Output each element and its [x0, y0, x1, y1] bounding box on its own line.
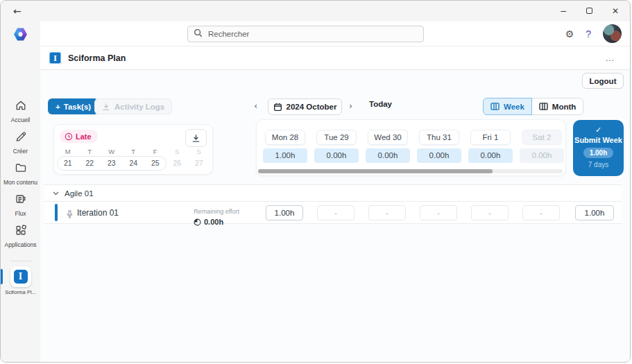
month-view-button[interactable]: Month — [531, 98, 583, 115]
activity-logs-label: Activity Logs — [114, 103, 164, 111]
pin-icon[interactable] — [66, 209, 74, 221]
period-picker-button[interactable]: 2024 October — [268, 98, 342, 115]
help-icon[interactable]: ? — [586, 29, 591, 39]
late-status-badge: Late — [60, 130, 98, 143]
horizontal-scrollbar — [258, 169, 563, 173]
cal-date[interactable]: 27 — [188, 159, 210, 167]
task-name[interactable]: Iteration 01 — [77, 208, 119, 218]
hours-cell-thu[interactable]: - — [420, 205, 457, 220]
week-label: Week — [504, 103, 524, 111]
day-total: 0.00h — [314, 148, 359, 163]
sciforma-app-tile: I — [10, 266, 31, 287]
sidebar-item-label: Accueil — [11, 116, 30, 123]
feed-icon — [15, 193, 27, 208]
hours-cell-tue[interactable]: - — [317, 205, 355, 220]
apps-grid-icon — [15, 224, 27, 239]
submit-week-button[interactable]: ✓ Submit Week 1.00h 7 days — [573, 120, 624, 176]
add-task-label: Task(s) — [64, 103, 91, 111]
plus-icon: + — [55, 103, 60, 111]
search-icon — [194, 28, 203, 40]
day-total: 1.00h — [263, 148, 307, 163]
hours-cell-fri[interactable]: - — [471, 205, 509, 220]
today-button[interactable]: Today — [369, 100, 392, 108]
active-app-indicator — [1, 269, 3, 284]
avatar[interactable] — [603, 24, 622, 43]
activity-logs-button[interactable]: Activity Logs — [94, 98, 172, 114]
group-header-agile-01[interactable]: Agile 01 — [44, 184, 622, 202]
columns-icon — [539, 103, 548, 110]
day-header: Fri 1 — [470, 130, 511, 145]
cal-header: S — [188, 148, 210, 155]
remaining-effort-value: 0.00h — [204, 218, 223, 226]
month-label: Month — [552, 103, 576, 111]
previous-period-button[interactable]: ‹ — [254, 100, 257, 112]
close-button[interactable]: ✕ — [612, 7, 619, 15]
submit-week-label: Submit Week — [574, 136, 622, 144]
m365-logo-icon[interactable] — [14, 28, 27, 41]
late-summary-card: Late M T W T F S S — [53, 124, 213, 175]
page-title: Sciforma Plan — [68, 53, 126, 63]
period-label: 2024 October — [287, 103, 337, 111]
task-row-iteration-01: Iteration 01 Remaining effort 0.00h 1.00… — [44, 202, 622, 224]
hours-cell-wed[interactable]: - — [368, 205, 406, 220]
window-controls: − ✕ — [560, 7, 619, 15]
view-toggle: Week Month — [483, 98, 583, 115]
cal-date[interactable]: 24 — [123, 159, 145, 167]
maximize-icon — [586, 8, 592, 14]
submit-days-label: 7 days — [588, 161, 608, 168]
sciforma-app-icon: I — [14, 270, 28, 284]
submit-hours-badge: 1.00h — [583, 148, 614, 158]
sidebar-item-flux[interactable]: Flux — [1, 193, 40, 224]
maximize-button[interactable] — [586, 7, 592, 15]
check-icon: ✓ — [595, 125, 601, 135]
plan-content: Logout + Task(s) Activity Logs ‹ 20 — [40, 70, 630, 363]
rail-divider — [10, 261, 31, 261]
day-column-thu[interactable]: Thu 31 0.00h — [417, 130, 461, 163]
day-column-wed[interactable]: Wed 30 0.00h — [366, 130, 410, 163]
sidebar-item-label: Créer — [13, 148, 28, 155]
day-total: 0.00h — [520, 148, 564, 163]
day-column-sat[interactable]: Sat 2 0.00h — [520, 130, 564, 163]
search-box[interactable] — [187, 26, 424, 42]
export-download-button[interactable] — [185, 129, 207, 147]
remaining-effort: Remaining effort 0.00h — [194, 204, 239, 226]
week-view-button[interactable]: Week — [483, 98, 532, 115]
sidebar-item-sciforma-app[interactable]: I Sciforma Pl... — [1, 266, 40, 295]
hours-cell-sat[interactable]: - — [522, 205, 560, 220]
cal-date[interactable]: 22 — [79, 159, 101, 167]
add-task-button[interactable]: + Task(s) — [48, 98, 99, 114]
app-header: I Sciforma Plan ... — [40, 46, 630, 70]
day-column-tue[interactable]: Tue 29 0.00h — [314, 130, 359, 163]
task-accent-bar — [55, 204, 58, 221]
day-column-mon[interactable]: Mon 28 1.00h — [263, 130, 307, 163]
day-column-fri[interactable]: Fri 1 0.00h — [468, 130, 513, 163]
sidebar-item-applications[interactable]: Applications — [1, 224, 40, 255]
settings-gear-icon[interactable]: ⚙ — [565, 29, 574, 39]
clock-icon — [65, 132, 73, 141]
sidebar-item-creer[interactable]: Créer — [1, 130, 40, 162]
more-options-button[interactable]: ... — [606, 53, 615, 63]
sidebar-item-mon-contenu[interactable]: Mon contenu — [1, 162, 40, 193]
search-input[interactable] — [208, 30, 418, 38]
pencil-icon — [15, 130, 27, 146]
day-header: Thu 31 — [419, 130, 459, 145]
chevron-down-icon — [53, 191, 59, 196]
scrollbar-thumb[interactable] — [258, 169, 493, 173]
cal-date[interactable]: 23 — [101, 159, 123, 167]
day-header: Tue 29 — [316, 130, 357, 145]
sidebar-item-accueil[interactable]: Accueil — [1, 99, 40, 130]
logout-button[interactable]: Logout — [582, 73, 624, 89]
next-period-button[interactable]: › — [349, 100, 352, 112]
day-header: Mon 28 — [265, 130, 305, 145]
sidebar-item-label: Applications — [5, 241, 37, 248]
cal-header: S — [166, 148, 189, 155]
hours-cell-mon[interactable]: 1.00h — [266, 205, 303, 220]
sidebar-item-label: Sciforma Pl... — [5, 289, 36, 295]
cal-date[interactable]: 21 — [57, 159, 79, 167]
cal-date[interactable]: 25 — [144, 159, 166, 167]
columns-icon — [490, 103, 499, 110]
mini-calendar-dates: 21 22 23 24 25 26 27 — [57, 159, 210, 167]
cal-date[interactable]: 26 — [166, 159, 189, 167]
back-button[interactable]: ← — [13, 6, 22, 16]
minimize-button[interactable]: − — [560, 7, 567, 15]
